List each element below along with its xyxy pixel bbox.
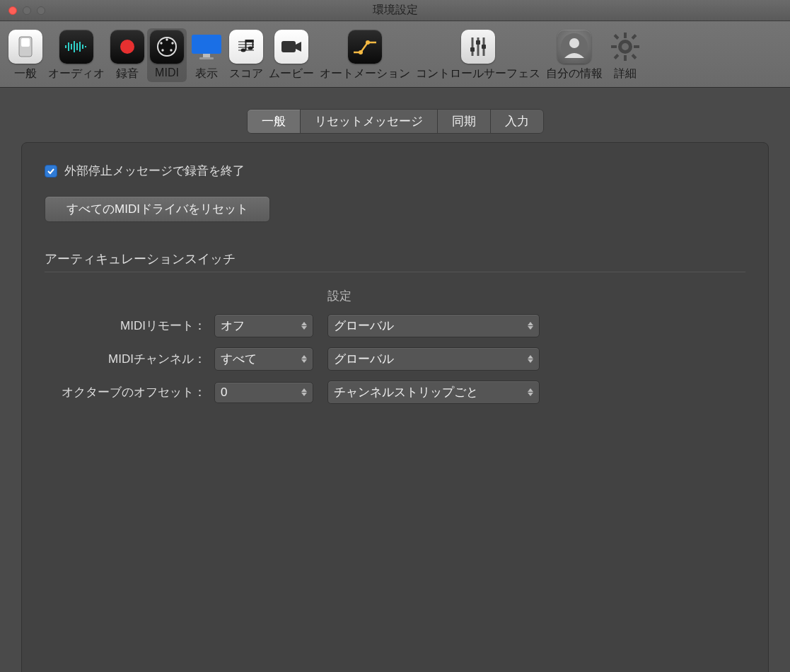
section-title-articulation: アーティキュレーションスイッチ — [45, 250, 745, 272]
label-octave-offset: オクターブのオフセット： — [45, 384, 214, 400]
titlebar: 環境設定 — [0, 0, 790, 21]
svg-rect-20 — [199, 57, 214, 59]
svg-rect-38 — [482, 45, 486, 49]
svg-point-14 — [160, 42, 162, 44]
toolbar-label: 詳細 — [614, 66, 637, 81]
toolbar-item-audio[interactable]: オーディオ — [45, 28, 108, 84]
select-midi-channel-value[interactable]: すべて — [214, 347, 313, 371]
svg-point-32 — [366, 40, 370, 45]
svg-rect-46 — [614, 34, 620, 40]
toolbar-item-movie[interactable]: ムービー — [266, 28, 317, 84]
reset-midi-drivers-button[interactable]: すべてのMIDIドライバをリセット — [45, 196, 270, 222]
tab-bar: 一般 リセットメッセージ 同期 入力 — [21, 109, 769, 134]
svg-point-13 — [165, 38, 168, 40]
svg-point-25 — [241, 49, 246, 52]
svg-point-17 — [170, 49, 172, 51]
svg-rect-43 — [624, 55, 627, 61]
stepper-icon — [301, 388, 307, 396]
toolbar-label: スコア — [229, 66, 263, 81]
toolbar-item-advanced[interactable]: 詳細 — [605, 28, 645, 84]
label-midi-channel: MIDIチャンネル： — [45, 351, 214, 367]
column-headers: 設定 — [45, 288, 745, 304]
select-midi-channel-scope[interactable]: グローバル — [327, 347, 540, 371]
toolbar-item-record[interactable]: 録音 — [108, 28, 147, 84]
column-header-settings: 設定 — [327, 288, 540, 304]
automation-icon — [348, 30, 382, 64]
svg-rect-18 — [192, 35, 221, 54]
zoom-button[interactable] — [37, 6, 45, 15]
toolbar-item-automation[interactable]: オートメーション — [317, 28, 413, 84]
traffic-lights — [0, 6, 45, 15]
tab-input[interactable]: 入力 — [490, 109, 544, 134]
row-midi-channel: MIDIチャンネル： すべて グローバル — [45, 347, 745, 371]
svg-point-31 — [359, 50, 363, 54]
svg-rect-47 — [632, 34, 637, 40]
svg-rect-30 — [281, 41, 296, 52]
toolbar-item-midi[interactable]: MIDI — [147, 28, 187, 82]
svg-point-10 — [120, 40, 134, 54]
toolbar-label: 表示 — [195, 66, 218, 81]
toolbar-label: 録音 — [116, 66, 139, 81]
stepper-icon — [528, 388, 533, 396]
switch-icon — [8, 30, 42, 64]
toolbar-item-general[interactable]: 一般 — [6, 28, 45, 84]
tab-general[interactable]: 一般 — [247, 109, 301, 134]
svg-rect-1 — [21, 38, 30, 47]
music-note-icon — [229, 30, 263, 64]
select-midi-remote-scope[interactable]: グローバル — [327, 314, 540, 337]
svg-point-50 — [622, 43, 629, 50]
midi-icon — [150, 30, 184, 64]
svg-rect-42 — [624, 33, 627, 38]
window-title: 環境設定 — [0, 3, 790, 18]
stepper-icon — [528, 355, 533, 363]
stepper-icon — [301, 322, 307, 330]
svg-rect-37 — [476, 40, 480, 45]
svg-rect-36 — [470, 47, 475, 52]
svg-point-16 — [161, 49, 163, 51]
svg-point-15 — [171, 42, 173, 44]
toolbar: 一般 オーディオ 録音 MIDI 表示 スコア ムービー — [0, 21, 790, 88]
select-midi-remote-value[interactable]: オフ — [214, 314, 313, 337]
select-octave-offset-scope[interactable]: チャンネルストリップごと — [327, 381, 540, 404]
svg-rect-48 — [614, 54, 620, 59]
close-button[interactable] — [8, 6, 17, 15]
svg-rect-44 — [611, 45, 617, 48]
toolbar-label: コントロールサーフェス — [416, 66, 540, 81]
waveform-icon — [59, 30, 93, 64]
toolbar-item-control-surfaces[interactable]: コントロールサーフェス — [413, 28, 543, 84]
checkbox-label: 外部停止メッセージで録音を終了 — [64, 163, 245, 179]
checkbox-row-stop-recording[interactable]: 外部停止メッセージで録音を終了 — [45, 163, 745, 179]
main-content: 一般 リセットメッセージ 同期 入力 外部停止メッセージで録音を終了 すべてのM… — [0, 88, 790, 672]
toolbar-label: MIDI — [155, 66, 179, 79]
svg-rect-29 — [245, 40, 254, 42]
label-midi-remote: MIDIリモート： — [45, 318, 214, 334]
minimize-button[interactable] — [23, 6, 31, 15]
row-midi-remote: MIDIリモート： オフ グローバル — [45, 314, 745, 337]
svg-rect-19 — [203, 54, 210, 57]
tab-sync[interactable]: 同期 — [437, 109, 491, 134]
toolbar-item-display[interactable]: 表示 — [187, 28, 226, 84]
stepper-icon — [528, 322, 533, 330]
select-octave-offset-value[interactable]: 0 — [214, 382, 313, 403]
row-octave-offset: オクターブのオフセット： 0 チャンネルストリップごと — [45, 381, 745, 404]
toolbar-item-score[interactable]: スコア — [226, 28, 266, 84]
monitor-icon — [190, 30, 223, 64]
toolbar-label: ムービー — [269, 66, 314, 81]
tab-reset-messages[interactable]: リセットメッセージ — [300, 109, 438, 134]
svg-point-26 — [248, 47, 253, 50]
toolbar-label: 一般 — [14, 66, 37, 81]
camera-icon — [274, 30, 308, 64]
toolbar-item-my-info[interactable]: 自分の情報 — [543, 28, 605, 84]
svg-rect-49 — [632, 54, 637, 59]
person-icon — [557, 30, 591, 64]
checkbox-checked-icon[interactable] — [45, 165, 57, 178]
svg-rect-45 — [634, 45, 639, 48]
toolbar-label: オーディオ — [48, 66, 105, 81]
record-icon — [110, 30, 144, 64]
svg-point-40 — [569, 38, 579, 48]
faders-icon — [461, 30, 495, 64]
stepper-icon — [301, 355, 307, 363]
gear-icon — [608, 30, 642, 64]
toolbar-label: オートメーション — [320, 66, 410, 81]
settings-panel: 外部停止メッセージで録音を終了 すべてのMIDIドライバをリセット アーティキュ… — [21, 142, 769, 672]
